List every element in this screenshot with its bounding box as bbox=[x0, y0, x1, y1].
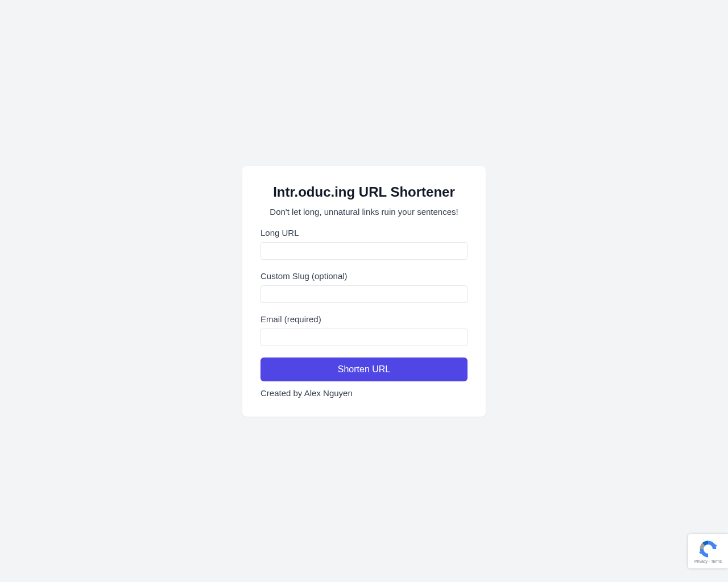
shorten-url-button[interactable]: Shorten URL bbox=[260, 357, 468, 381]
recaptcha-privacy[interactable]: Privacy bbox=[694, 559, 708, 563]
recaptcha-terms[interactable]: Terms bbox=[711, 559, 722, 563]
long-url-input[interactable] bbox=[260, 242, 468, 260]
long-url-group: Long URL bbox=[260, 228, 468, 260]
custom-slug-input[interactable] bbox=[260, 285, 468, 303]
email-group: Email (required) bbox=[260, 314, 468, 346]
recaptcha-icon bbox=[699, 540, 717, 558]
url-shortener-form: Long URL Custom Slug (optional) Email (r… bbox=[260, 228, 468, 388]
custom-slug-label: Custom Slug (optional) bbox=[260, 271, 468, 281]
subtitle: Don't let long, unnatural links ruin you… bbox=[260, 207, 468, 217]
creator-link[interactable]: Created by Alex Nguyen bbox=[260, 388, 353, 398]
recaptcha-badge[interactable]: Privacy - Terms bbox=[688, 534, 728, 568]
email-input[interactable] bbox=[260, 329, 468, 346]
main-card: Intr.oduc.ing URL Shortener Don't let lo… bbox=[242, 166, 486, 417]
recaptcha-links: Privacy - Terms bbox=[694, 559, 722, 563]
email-label: Email (required) bbox=[260, 314, 468, 324]
page-title: Intr.oduc.ing URL Shortener bbox=[260, 184, 468, 200]
custom-slug-group: Custom Slug (optional) bbox=[260, 271, 468, 303]
long-url-label: Long URL bbox=[260, 228, 468, 238]
